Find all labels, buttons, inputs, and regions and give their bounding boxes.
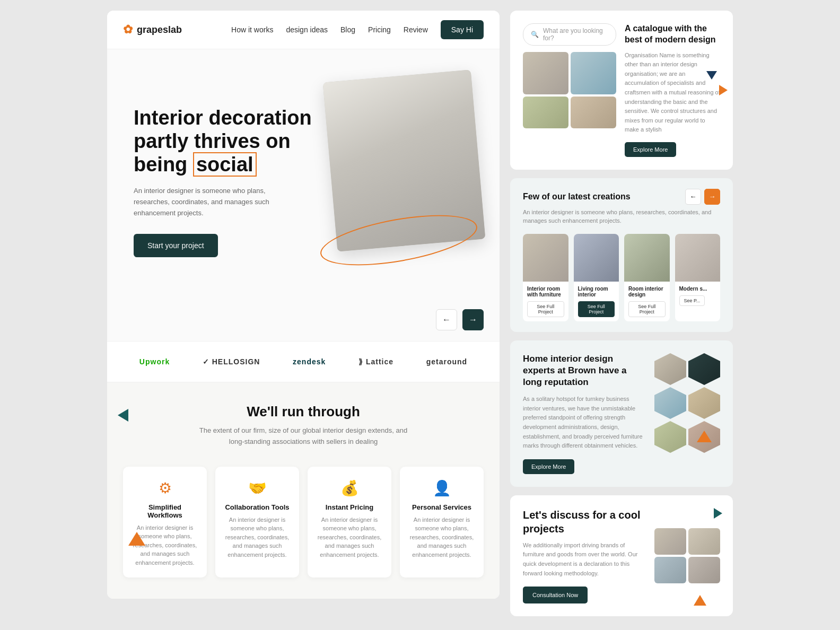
catalogue-title: A catalogue with the best of modern desi…	[625, 23, 720, 46]
creations-header: Few of our latest creations ← →	[523, 189, 720, 205]
creation-name-4: Modern s...	[679, 286, 716, 292]
hero-highlight: social	[193, 152, 257, 177]
discuss-img-4	[688, 557, 720, 583]
feature-card-pricing: 💰 Instant Pricing An interior designer i…	[308, 467, 391, 578]
features-section: We'll run through The extent of our firm…	[107, 382, 500, 599]
creation-thumb-3	[624, 234, 670, 282]
hex-4	[688, 387, 720, 419]
experts-description: As a solitary hotspot for turnkey busine…	[523, 395, 646, 451]
nav-pricing[interactable]: Pricing	[368, 25, 391, 34]
collaboration-name: Collaboration Tools	[224, 503, 291, 511]
discuss-text: Let's discuss for a cool projects We add…	[523, 508, 646, 603]
partner-logos: Upwork ✓ HELLOSIGN zendesk ⟫ Lattice get…	[107, 341, 500, 382]
creation-btn-2[interactable]: See Full Project	[578, 301, 615, 317]
creation-item-4: Modern s... See P...	[675, 234, 721, 321]
catalogue-section: 🔍 What are you looking for? A catalogue …	[510, 11, 733, 170]
creation-btn-4[interactable]: See P...	[679, 295, 705, 306]
discuss-description: We additionally import driving brands of…	[523, 541, 646, 578]
catalogue-left: 🔍 What are you looking for?	[523, 23, 616, 137]
say-hi-button[interactable]: Say Hi	[441, 20, 484, 39]
creations-prev-button[interactable]: ←	[685, 189, 701, 205]
navy-triangle-decoration	[706, 71, 717, 80]
creations-title: Few of our latest creations	[523, 192, 631, 202]
features-grid: ⚙ Simplified Workflows An interior desig…	[123, 467, 484, 578]
catalogue-description: Organisation Name is something other tha…	[625, 51, 720, 135]
hex-3	[654, 387, 686, 419]
creations-grid: Interior room with furniture See Full Pr…	[523, 234, 720, 321]
pricing-icon: 💰	[316, 479, 383, 497]
creation-item-1: Interior room with furniture See Full Pr…	[523, 234, 568, 321]
explore-more-button[interactable]: Explore More	[625, 142, 676, 157]
creation-btn-3[interactable]: See Full Project	[628, 301, 666, 317]
cat-image-2	[571, 52, 616, 94]
logo-upwork: Upwork	[139, 357, 170, 366]
logo-zendesk: zendesk	[293, 357, 326, 366]
experts-title: Home interior design experts at Brown ha…	[523, 353, 646, 388]
logo: ✿ grapeslab	[123, 23, 182, 37]
features-title: We'll run through	[123, 404, 484, 420]
services-name: Personal Services	[408, 503, 475, 511]
workflows-icon: ⚙	[132, 479, 198, 497]
hero-text: Interior decoration partly thrives on be…	[134, 107, 484, 257]
pricing-desc: An interior designer is someone who plan…	[316, 515, 383, 559]
hex-5	[654, 421, 686, 453]
nav-review[interactable]: Review	[404, 25, 428, 34]
creations-navigation: ← →	[685, 189, 720, 205]
catalogue-images	[523, 52, 616, 128]
hero-subtitle: An interior designer is someone who plan…	[134, 186, 293, 218]
hero-section: Interior decoration partly thrives on be…	[107, 49, 500, 304]
hex-1	[654, 353, 686, 385]
creations-next-button[interactable]: →	[704, 189, 720, 205]
creation-thumb-1	[523, 234, 568, 282]
search-icon: 🔍	[531, 31, 539, 38]
catalogue-layout: 🔍 What are you looking for? A catalogue …	[523, 23, 720, 157]
hero-prev-button[interactable]: ←	[436, 309, 457, 330]
pricing-name: Instant Pricing	[316, 503, 383, 511]
right-panel: 🔍 What are you looking for? A catalogue …	[510, 11, 733, 616]
creations-subtitle: An interior designer is someone who plan…	[523, 208, 720, 225]
creation-btn-1[interactable]: See Full Project	[527, 301, 564, 317]
logo-hellosign: ✓ HELLOSIGN	[203, 357, 260, 366]
creations-section: Few of our latest creations ← → An inter…	[510, 178, 733, 332]
experts-text: Home interior design experts at Brown ha…	[523, 353, 646, 474]
services-icon: 👤	[408, 479, 475, 497]
creation-info-1: Interior room with furniture See Full Pr…	[523, 282, 568, 321]
left-panel: ✿ grapeslab How it works design ideas Bl…	[107, 11, 500, 599]
creation-thumb-2	[574, 234, 619, 282]
logo-icon: ✿	[123, 23, 133, 37]
logo-getaround: getaround	[426, 357, 467, 366]
orange-small-triangle	[719, 85, 728, 95]
nav-blog[interactable]: Blog	[340, 25, 355, 34]
experts-explore-button[interactable]: Explore More	[523, 459, 574, 474]
navbar: ✿ grapeslab How it works design ideas Bl…	[107, 11, 500, 49]
start-project-button[interactable]: Start your project	[134, 234, 218, 257]
feature-card-workflows: ⚙ Simplified Workflows An interior desig…	[123, 467, 207, 578]
nav-links: How it works design ideas Blog Pricing R…	[231, 25, 428, 34]
experts-section: Home interior design experts at Brown ha…	[510, 340, 733, 487]
hero-title: Interior decoration partly thrives on be…	[134, 107, 484, 176]
creation-info-2: Living room interior See Full Project	[574, 282, 619, 321]
logo-lattice: ⟫ Lattice	[358, 357, 393, 366]
discuss-img-3	[654, 557, 686, 583]
discuss-teal-arrow-decoration	[714, 508, 722, 519]
hero-next-button[interactable]: →	[462, 309, 484, 330]
feature-card-collaboration: 🤝 Collaboration Tools An interior design…	[215, 467, 299, 578]
creation-name-1: Interior room with furniture	[527, 286, 564, 298]
hero-navigation: ← →	[107, 304, 500, 341]
hex-2	[688, 353, 720, 385]
teal-triangle-decoration	[118, 409, 128, 422]
search-placeholder: What are you looking for?	[543, 27, 608, 42]
catalogue-search[interactable]: 🔍 What are you looking for?	[523, 23, 616, 46]
collaboration-icon: 🤝	[224, 479, 291, 497]
nav-design-ideas[interactable]: design ideas	[286, 25, 328, 34]
creation-info-4: Modern s... See P...	[675, 282, 721, 310]
creation-info-3: Room interior design See Full Project	[624, 282, 670, 321]
cat-image-1	[523, 52, 568, 94]
creation-name-3: Room interior design	[628, 286, 666, 298]
nav-how-it-works[interactable]: How it works	[231, 25, 273, 34]
consultation-button[interactable]: Consultation Now	[523, 587, 588, 603]
features-subtitle: The extent of our firm, size of our glob…	[197, 425, 409, 448]
discuss-title: Let's discuss for a cool projects	[523, 508, 646, 536]
feature-card-services: 👤 Personal Services An interior designer…	[400, 467, 484, 578]
creation-item-2: Living room interior See Full Project	[574, 234, 619, 321]
